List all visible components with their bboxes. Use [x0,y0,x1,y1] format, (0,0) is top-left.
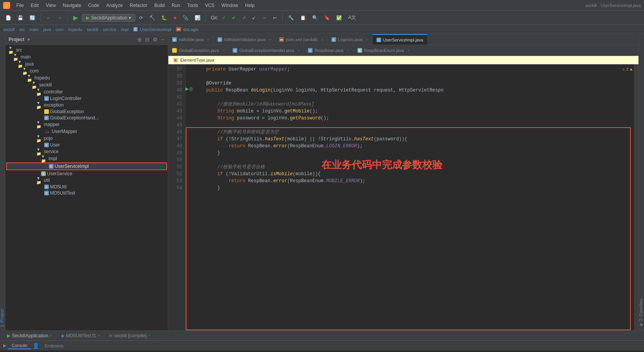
debug-btn[interactable]: 🐛 [159,14,169,22]
breadcrumb-java[interactable]: java [43,27,51,32]
breadcrumb-seckill[interactable]: seckill [3,27,15,32]
tree-item-seckill[interactable]: ▼📁 seckill [5,81,168,88]
tree-item-impl[interactable]: ▼📁 impl [5,155,168,162]
breadcrumb-seckill2[interactable]: seckill [87,27,98,32]
sidebar-settings-btn[interactable]: ⚙ [152,36,159,43]
tree-item-userservice[interactable]: I UserService [5,171,168,177]
bookmark-btn[interactable]: 🔖 [322,14,332,22]
tree-item-exception[interactable]: ▼📁 exception [5,102,168,109]
git-arrow-up-btn[interactable]: ↗ [240,14,248,22]
breadcrumb-service[interactable]: service [103,27,116,32]
code-content[interactable]: private UserMapper userMapper; @Override… [186,64,639,330]
run-tab-md5utiltest[interactable]: ◈ MD5UtilTest.f1 × [57,332,104,339]
bottom-tab-console[interactable]: Console [8,342,31,349]
tree-item-user[interactable]: C User [5,142,168,148]
coverage-btn[interactable]: 📊 [192,14,203,22]
sidebar-close-btn[interactable]: − [160,36,165,43]
tab-respbeanenum[interactable]: E RespBeanEnum.java × [354,45,414,56]
menu-edit[interactable]: Edit [28,2,42,9]
tree-item-java[interactable]: ▼📁 java [5,60,168,67]
tab-close-pomxml[interactable]: × [321,38,323,42]
tab-close-respbeanenum[interactable]: × [407,48,410,53]
sync-btn[interactable]: 🔄 [27,14,38,22]
search-btn[interactable]: 🔍 [310,14,320,22]
tree-item-controller[interactable]: ▼📁 controller [5,88,168,95]
sidebar-locate-btn[interactable]: ⊕ [136,36,143,43]
wrench-btn[interactable]: 🔧 [286,14,296,22]
tab-close-respbean[interactable]: × [347,48,349,53]
left-tab-project[interactable]: 1: Project [0,34,5,330]
breadcrumb-src[interactable]: src [19,27,25,32]
tree-item-globalexception[interactable]: ⚡ GlobalException [5,109,168,115]
tree-item-util[interactable]: ▼📁 util [5,177,168,184]
run-green-btn[interactable]: ▶ [71,13,80,22]
git-arrow-right-btn[interactable]: → [260,14,269,22]
breadcrumb-main[interactable]: main [29,27,39,32]
run-config-selector[interactable]: ▶ SeckillApplication ▾ [82,14,135,22]
floating-tab[interactable]: E ElementType.java [168,56,639,64]
breadcrumb-dologin[interactable]: doLogin [183,27,199,32]
tab-ismobilevalidator[interactable]: C IsMobileValidator.java × [214,34,275,45]
tab-pomxml[interactable]: m pom.xml (seckill) × [275,34,328,45]
breadcrumb-hspedu[interactable]: hspedu [68,27,82,32]
tree-item-usermapper[interactable]: 🗂 UserMapper [5,128,168,135]
tree-item-service[interactable]: ▼📁 service [5,148,168,155]
breadcrumb-userserviceimpl[interactable]: UserServiceImpl [140,27,171,32]
bottom-tab-endpoints[interactable]: Endpoints [41,343,67,349]
menu-build[interactable]: Build [151,2,168,9]
run-close-compile[interactable]: × [148,333,150,338]
attach-btn[interactable]: 📎 [180,14,191,22]
git-arrow-down-btn[interactable]: ↙ [250,14,258,22]
build-btn[interactable]: 🔨 [147,14,157,22]
tab-close-globalexceptionhandler[interactable]: × [297,48,300,53]
tab-loginvo[interactable]: C LoginVo.java × [328,34,373,45]
run-close-seckillapp[interactable]: × [50,333,52,338]
tree-item-hspedu[interactable]: ▼📁 hspedu [5,74,168,81]
menu-view[interactable]: View [43,2,59,9]
tab-close-loginvo[interactable]: × [366,38,368,42]
back-btn[interactable]: ← [44,14,54,22]
warning-indicator[interactable]: ⚠ 2 ▲ [622,66,632,73]
forward-btn[interactable]: → [55,14,64,22]
tree-item-globalexceptionhandler[interactable]: C GlobalExceptionHand... [5,115,168,121]
translate-btn[interactable]: A文 [346,13,358,22]
tab-globalexception[interactable]: ⚡ GlobalException.java × [168,45,229,56]
run-tab-compile[interactable]: m seckill [compile] × [105,332,155,339]
run-close-md5utiltest[interactable]: × [98,333,100,338]
save-btn[interactable]: 💾 [15,14,26,22]
menu-help[interactable]: Help [242,2,258,9]
tree-item-src[interactable]: ▼📁 src [5,47,168,53]
warning-chevron-up[interactable]: ▲ [630,66,632,73]
tab-close-ismobile[interactable]: × [207,38,209,42]
menu-window[interactable]: Window [218,2,241,9]
stop-btn[interactable]: ■ [171,14,178,22]
right-tab-favorites[interactable]: ★ 2: Favorites [637,34,644,330]
git-undo-btn[interactable]: ↩ [271,14,279,22]
tree-item-md5util[interactable]: C MD5Util [5,184,168,190]
menu-analyze[interactable]: Analyze [103,2,126,9]
breadcrumb-com[interactable]: com [55,27,64,32]
sidebar-collapse-btn[interactable]: ⊟ [144,36,150,43]
tree-item-userserviceimpl[interactable]: C UserServiceImpl [6,162,167,170]
tree-item-logincontroller[interactable]: C LoginController [5,95,168,102]
tab-close-ismobilevalidator[interactable]: × [269,38,271,42]
menu-run[interactable]: Run [169,2,183,9]
tab-respbean[interactable]: C RespBean.java × [304,45,353,56]
copy-btn[interactable]: 📋 [298,14,308,22]
tree-item-md5utiltest[interactable]: C MD5UtilTest [5,190,168,196]
tree-item-pojo[interactable]: ▼📁 pojo [5,135,168,142]
new-file-btn[interactable]: 📄 [3,14,14,22]
menu-tools[interactable]: Tools [184,2,201,9]
menu-code[interactable]: Code [85,2,102,9]
tree-item-mapper[interactable]: ▼📁 mapper [5,121,168,128]
git-check-btn[interactable]: ✓ [219,14,228,22]
tab-globalexceptionhandler[interactable]: C GlobalExceptionHandler.java × [229,45,304,56]
reload-btn[interactable]: ⟳ [137,14,145,22]
run-tab-seckillapp[interactable]: ▶ SeckillApplication × [3,332,56,339]
tab-ismobile[interactable]: @ IsMobile.java × [168,34,214,45]
menu-refactor[interactable]: Refactor [127,2,150,9]
menu-file[interactable]: File [13,2,27,9]
code-editor[interactable]: 37 38 39 40 41 42 43 44 45 46 47 48 49 5… [168,64,639,330]
git-checkmark-btn[interactable]: ✔ [230,14,238,22]
menu-navigate[interactable]: Navigate [60,2,84,9]
